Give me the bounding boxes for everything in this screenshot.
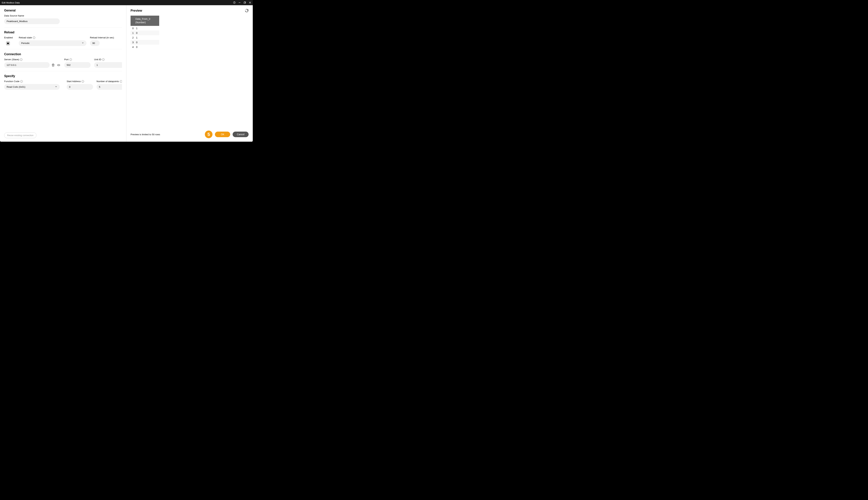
window-title: Edit Modbus Data [1,1,20,4]
reload-interval-input[interactable] [90,40,100,46]
row-index: 1 [130,32,135,34]
reload-interval-label: Reload Interval (in sec) [90,36,114,39]
dsn-input[interactable] [4,19,60,24]
info-icon[interactable]: i [82,80,84,83]
section-preview-heading: Preview [130,9,142,12]
titlebar: Edit Modbus Data [0,0,253,5]
divider [4,49,122,49]
left-panel: General Data Source Name Reload Enabled … [0,5,126,142]
column-type: (Number) [135,21,154,24]
ok-button[interactable]: OK [215,132,230,137]
row-value: 1 [135,36,159,39]
num-datapoints-label-text: Number of datapoints [96,80,119,83]
minimize-icon[interactable] [238,1,241,4]
footer: Preview is limited to 50 rows 5 OK Cance… [130,130,249,138]
unit-id-input[interactable] [94,62,122,68]
window-controls [233,1,251,4]
refresh-icon[interactable] [245,9,249,12]
enabled-label: Enabled [4,36,15,39]
row-value: 0 [135,32,159,34]
function-code-select[interactable] [4,84,60,90]
maximize-icon[interactable] [243,1,246,4]
checkbox-checked-icon [7,43,9,44]
dsn-label: Data Source Name [4,14,122,17]
row-value: 1 [135,27,159,30]
reload-state-label-text: Reload state [19,36,32,39]
section-specify-heading: Specify [4,74,122,78]
step-badge: 5 [205,130,213,138]
help-icon[interactable] [233,1,236,4]
reload-state-select[interactable] [19,40,87,46]
table-row[interactable]: 21 [130,35,159,40]
enabled-checkbox[interactable] [6,42,10,45]
dialog-body: General Data Source Name Reload Enabled … [0,5,253,142]
divider [4,27,122,27]
function-code-label-text: Function Code [4,80,20,83]
section-connection-heading: Connection [4,53,122,56]
right-panel: Preview Data_From_0 (Number) 0110213040 … [126,5,253,142]
info-icon[interactable]: i [20,80,23,83]
table-row[interactable]: 40 [130,45,159,49]
cancel-button[interactable]: Cancel [233,132,249,137]
server-label: Server (Slave) i [4,58,61,61]
info-icon[interactable]: i [20,58,22,61]
unit-id-label-text: Unit ID [94,58,101,61]
close-icon[interactable] [249,1,251,4]
server-input[interactable] [4,62,50,68]
server-label-text: Server (Slave) [4,58,19,61]
section-general-heading: General [4,9,122,12]
preview-table: Data_From_0 (Number) 0110213040 [130,16,249,49]
table-row[interactable]: 30 [130,40,159,45]
port-label-text: Port [64,58,69,61]
unit-id-label: Unit ID i [94,58,122,61]
row-index: 3 [130,41,135,44]
svg-rect-4 [244,2,245,3]
column-name: Data_From_0 [135,18,154,21]
preview-limit-text: Preview is limited to 50 rows [130,133,160,136]
start-address-label-text: Start Address [67,80,81,83]
function-code-label: Function Code i [4,80,60,83]
section-reload-heading: Reload [4,31,122,34]
code-icon[interactable] [57,63,61,67]
num-datapoints-input[interactable] [96,84,122,90]
info-icon[interactable]: i [33,36,35,39]
reuse-connection-button[interactable]: Reuse existing connection [4,133,36,138]
reload-state-label: Reload state i [19,36,87,39]
info-icon[interactable]: i [102,58,104,61]
delete-icon[interactable] [51,63,55,67]
start-address-input[interactable] [67,84,93,90]
row-index: 4 [130,46,135,48]
num-datapoints-label: Number of datapoints i [96,80,122,83]
info-icon[interactable]: i [120,80,122,83]
row-index: 2 [130,36,135,39]
start-address-label: Start Address i [67,80,93,83]
port-input[interactable] [64,62,91,68]
table-header-cell[interactable]: Data_From_0 (Number) [130,16,159,26]
info-icon[interactable]: i [69,58,72,61]
table-row[interactable]: 10 [130,31,159,35]
table-row[interactable]: 01 [130,26,159,31]
row-value: 0 [135,41,159,44]
port-label: Port i [64,58,91,61]
row-value: 0 [135,46,159,48]
row-index: 0 [130,27,135,30]
